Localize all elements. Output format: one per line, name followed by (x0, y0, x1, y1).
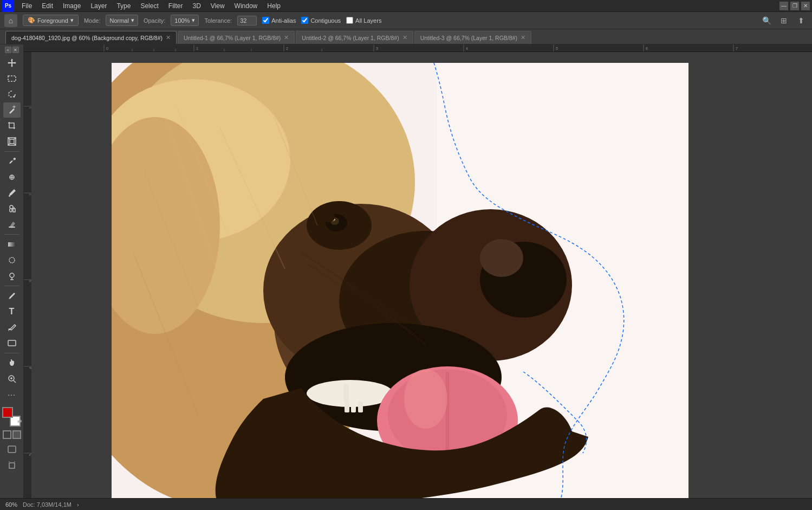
tab-4[interactable]: Untitled-3 @ 66,7% (Layer 1, RGB/8#) ✕ (414, 31, 531, 44)
frame-tool[interactable] (3, 134, 21, 149)
menu-layer[interactable]: Layer (86, 1, 111, 11)
minimize-button[interactable]: — (779, 2, 788, 10)
tool-separator-1 (4, 151, 20, 152)
change-screen-mode[interactable] (3, 442, 21, 457)
menu-edit[interactable]: Edit (37, 1, 57, 11)
mode-label: Mode: (84, 17, 101, 24)
canvas-container: 0 1 2 3 4 5 6 7 (24, 44, 812, 498)
pen-tool[interactable] (3, 288, 21, 304)
ruler-top: 0 1 2 3 4 5 6 7 (24, 44, 812, 52)
svg-point-81 (307, 380, 393, 407)
tab-2-label: Untitled-1 @ 66,7% (Layer 1, RGB/8#) (184, 35, 281, 41)
mode-dropdown[interactable]: Normal ▾ (106, 15, 138, 26)
eyedropper-tool[interactable] (3, 154, 21, 169)
svg-text:7: 7 (736, 47, 738, 50)
tab-4-label: Untitled-3 @ 66,7% (Layer 1, RGB/8#) (420, 35, 517, 41)
brush-tool[interactable] (3, 185, 21, 201)
rectangle-tool[interactable] (3, 335, 21, 351)
share-icon-btn[interactable]: ⬆ (795, 14, 808, 27)
menu-image[interactable]: Image (59, 1, 85, 11)
tab-3-close[interactable]: ✕ (402, 34, 407, 41)
tab-2-close[interactable]: ✕ (284, 34, 289, 41)
ruler-left: 1 2 3 4 5 (24, 52, 31, 498)
tool-preset-area: 🎨 Foreground ▾ (23, 15, 79, 26)
svg-rect-88 (345, 402, 349, 412)
quick-mask-mode[interactable] (12, 430, 21, 439)
tab-1-close[interactable]: ✕ (166, 34, 171, 41)
svg-text:4: 4 (466, 47, 468, 50)
hand-tool[interactable] (3, 356, 21, 371)
path-selection-tool[interactable] (3, 320, 21, 335)
more-tools[interactable]: ··· (3, 387, 21, 402)
home-button[interactable]: ⌂ (4, 14, 17, 27)
status-arrow[interactable]: › (77, 501, 79, 508)
svg-rect-29 (8, 446, 16, 453)
standard-mode[interactable] (3, 430, 11, 439)
artboard-tool[interactable] (3, 458, 21, 473)
magic-wand-tool[interactable] (3, 102, 21, 118)
svg-rect-85 (350, 384, 356, 402)
toolbox-close[interactable]: ✕ (12, 47, 19, 53)
stamp-tool[interactable] (3, 201, 21, 216)
zoom-tool[interactable] (3, 371, 21, 386)
zoom-icon-btn[interactable]: 🔍 (760, 14, 773, 27)
anti-alias-group: Anti-alias (262, 17, 296, 24)
blur-tool[interactable] (3, 253, 21, 268)
tolerance-input[interactable] (237, 16, 257, 25)
all-layers-group: All Layers (346, 17, 381, 24)
menu-filter[interactable]: Filter (164, 1, 187, 11)
svg-point-16 (9, 195, 10, 197)
svg-line-1 (14, 94, 15, 98)
opacity-dropdown[interactable]: 100% ▾ (171, 15, 199, 26)
tab-1[interactable]: dog-4180480_1920.jpg @ 60% (Background c… (5, 31, 177, 44)
menu-view[interactable]: View (206, 1, 229, 11)
mode-arrow: ▾ (131, 17, 134, 24)
move-tool[interactable] (3, 55, 21, 70)
contiguous-checkbox[interactable] (301, 17, 308, 24)
svg-text:2: 2 (286, 47, 288, 50)
tool-separator-4 (4, 353, 20, 353)
dropdown-arrow: ▾ (70, 17, 74, 24)
contiguous-group: Contiguous (301, 17, 341, 24)
anti-alias-checkbox[interactable] (262, 17, 269, 24)
menu-file[interactable]: File (17, 1, 36, 11)
menu-window[interactable]: Window (230, 1, 262, 11)
canvas-workspace[interactable] (31, 52, 812, 498)
toolbox-collapse[interactable]: « (5, 47, 11, 53)
all-layers-checkbox[interactable] (346, 17, 353, 24)
tolerance-label: Tolerance: (204, 17, 232, 24)
menu-help[interactable]: Help (263, 1, 285, 11)
menu-select[interactable]: Select (136, 1, 163, 11)
close-button[interactable]: ✕ (801, 2, 810, 10)
type-tool[interactable]: T (3, 304, 21, 319)
tab-2[interactable]: Untitled-1 @ 66,7% (Layer 1, RGB/8#) ✕ (178, 31, 295, 44)
foreground-preset-dropdown[interactable]: 🎨 Foreground ▾ (23, 15, 79, 26)
color-area: ⇄ (2, 407, 22, 427)
layout-icon-btn[interactable]: ⊞ (777, 14, 790, 27)
restore-button[interactable]: ❐ (790, 2, 799, 10)
gradient-tool[interactable] (3, 237, 21, 252)
swap-icon[interactable]: ⇄ (17, 418, 22, 424)
menu-3d[interactable]: 3D (188, 1, 205, 11)
canvas-image (112, 63, 688, 498)
svg-point-2 (13, 106, 15, 108)
tabs-bar: dog-4180480_1920.jpg @ 60% (Background c… (0, 29, 812, 44)
healing-brush-tool[interactable] (3, 170, 21, 185)
svg-rect-30 (9, 463, 15, 468)
svg-text:1: 1 (196, 47, 198, 50)
svg-point-20 (9, 257, 15, 263)
eraser-tool[interactable] (3, 217, 21, 232)
lasso-tool[interactable] (3, 87, 21, 102)
crop-tool[interactable] (3, 118, 21, 133)
foreground-color[interactable] (2, 407, 13, 418)
menu-type[interactable]: Type (112, 1, 135, 11)
rect-marquee-tool[interactable] (3, 71, 21, 86)
svg-rect-84 (343, 384, 349, 402)
svg-rect-18 (9, 227, 15, 228)
all-layers-label: All Layers (355, 17, 381, 24)
dodge-tool[interactable] (3, 268, 21, 283)
canvas-body: 1 2 3 4 5 (24, 52, 812, 498)
svg-rect-87 (365, 385, 370, 402)
tab-4-close[interactable]: ✕ (521, 34, 525, 41)
tab-3[interactable]: Untitled-2 @ 66,7% (Layer 1, RGB/8#) ✕ (296, 31, 413, 44)
